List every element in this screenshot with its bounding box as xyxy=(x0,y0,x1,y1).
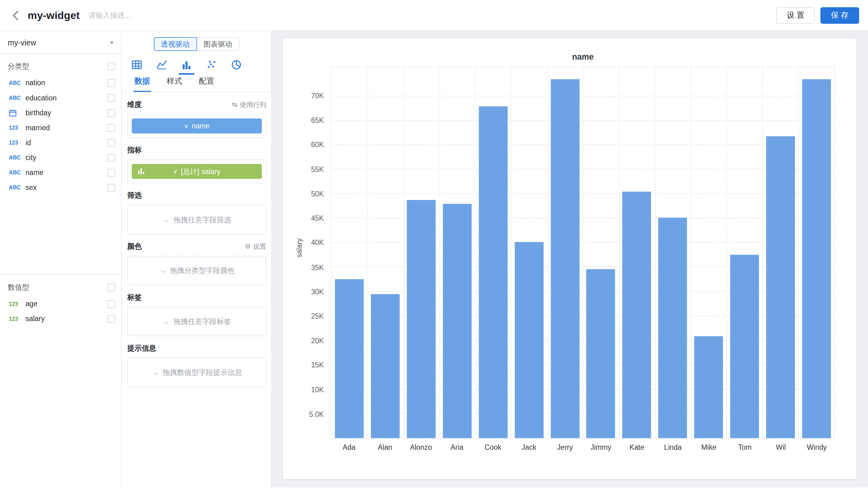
view-selector[interactable]: my-view ▾ xyxy=(0,31,121,54)
text-field-icon: ABC xyxy=(9,184,26,190)
x-tick-label: Alonzo xyxy=(403,443,439,452)
y-tick-label: 70K xyxy=(311,92,324,100)
tab-chart-driven[interactable]: 图表驱动 xyxy=(197,37,239,51)
color-drop-zone[interactable]: → 拖拽分类型字段颜色 xyxy=(127,256,266,285)
chevron-down-icon: ▾ xyxy=(110,38,114,46)
bar-chart-icon[interactable] xyxy=(179,57,194,75)
field-row[interactable]: 123id xyxy=(0,135,121,150)
x-tick-label: Windy xyxy=(799,443,835,452)
field-row[interactable]: birthday xyxy=(0,105,121,120)
gridline-vertical xyxy=(475,67,476,438)
tab-config[interactable]: 配置 xyxy=(197,77,215,92)
metric-pill-salary[interactable]: ∨ [总计] salary xyxy=(132,164,262,179)
x-tick-label: Wil xyxy=(763,443,799,452)
bar[interactable] xyxy=(658,218,687,438)
field-checkbox[interactable] xyxy=(107,315,115,323)
line-chart-icon[interactable] xyxy=(154,57,169,75)
field-checkbox[interactable] xyxy=(107,124,115,131)
x-tick-label: Jimmy xyxy=(583,443,619,452)
sidebar-section: 数值型123age123salary xyxy=(0,274,121,326)
color-section-title: 颜色 xyxy=(127,242,142,251)
page-title: my-widget xyxy=(28,9,80,21)
description-input[interactable] xyxy=(87,10,211,20)
field-checkbox[interactable] xyxy=(107,139,115,146)
bar[interactable] xyxy=(515,242,544,438)
use-rows-columns-button[interactable]: ⇆ 使用行列 xyxy=(232,100,267,110)
x-tick-label: Jerry xyxy=(547,443,583,452)
field-row[interactable]: ABCname xyxy=(0,165,121,180)
gridline-vertical xyxy=(583,67,583,438)
tooltip-drop-zone[interactable]: → 拖拽数值型字段提示信息 xyxy=(127,358,266,387)
bar[interactable] xyxy=(371,294,400,438)
sidebar-section-header: 数值型 xyxy=(0,278,121,296)
bar[interactable] xyxy=(407,200,436,438)
metric-drop-zone[interactable]: ∨ [总计] salary xyxy=(127,159,266,183)
field-row[interactable]: 123salary xyxy=(0,311,121,326)
field-checkbox[interactable] xyxy=(107,79,115,87)
panel-body: 维度 ⇆ 使用行列 ∨ name 指标 xyxy=(122,100,271,387)
chart-type-row xyxy=(122,54,271,75)
bar-chart-icon xyxy=(137,167,145,177)
label-drop-zone[interactable]: → 拖拽任意字段标签 xyxy=(127,307,266,336)
tab-data[interactable]: 数据 xyxy=(133,77,151,92)
filter-drop-zone[interactable]: → 拖拽任意字段筛选 xyxy=(127,205,266,234)
text-field-icon: ABC xyxy=(9,154,26,161)
pie-chart-icon[interactable] xyxy=(229,57,244,75)
dimension-drop-zone[interactable]: ∨ name xyxy=(127,114,266,138)
y-tick-label: 60K xyxy=(311,141,324,149)
bar[interactable] xyxy=(587,269,615,438)
field-row[interactable]: ABCnation xyxy=(0,75,121,90)
back-button[interactable] xyxy=(8,7,24,23)
text-field-icon: ABC xyxy=(9,80,26,86)
drag-arrow-icon: → xyxy=(162,317,169,326)
field-checkbox[interactable] xyxy=(107,300,115,308)
section-checkbox[interactable] xyxy=(107,62,115,70)
bar[interactable] xyxy=(802,79,830,438)
section-checkbox[interactable] xyxy=(107,283,115,291)
bar[interactable] xyxy=(443,204,472,438)
bar[interactable] xyxy=(766,136,795,438)
gridline-vertical xyxy=(403,67,404,438)
bar[interactable] xyxy=(551,79,579,438)
y-tick-label: 65K xyxy=(311,116,324,125)
field-checkbox[interactable] xyxy=(107,154,115,161)
dimension-pill-name[interactable]: ∨ name xyxy=(132,118,262,133)
header: my-widget 设 置 保 存 xyxy=(0,0,868,31)
color-settings-button[interactable]: ⚙ 设置 xyxy=(245,242,266,251)
field-row[interactable]: 123married xyxy=(0,120,121,135)
bar[interactable] xyxy=(730,254,758,438)
field-row[interactable]: ABCeducation xyxy=(0,90,121,105)
gridline-vertical xyxy=(691,67,691,438)
tab-style[interactable]: 样式 xyxy=(165,77,183,92)
field-checkbox[interactable] xyxy=(107,184,115,191)
field-checkbox[interactable] xyxy=(107,109,115,117)
drag-arrow-icon: → xyxy=(152,368,159,377)
field-checkbox[interactable] xyxy=(107,169,115,177)
chart-card: name salary 5.0K10K15K20K25K30K35K40K45K… xyxy=(283,39,857,479)
tab-pivot-driven[interactable]: 透视驱动 xyxy=(153,37,197,51)
field-row[interactable]: ABCcity xyxy=(0,150,121,165)
gear-icon: ⚙ xyxy=(245,242,251,250)
x-tick-label: Jack xyxy=(511,443,547,452)
gridline-vertical xyxy=(547,67,548,438)
sidebar-section-header: 分类型 xyxy=(0,58,121,75)
panel-tab-bar: 数据 样式 配置 xyxy=(122,75,271,93)
save-button[interactable]: 保 存 xyxy=(820,7,859,23)
field-row[interactable]: 123age xyxy=(0,296,121,311)
table-chart-icon[interactable] xyxy=(129,57,145,75)
field-row[interactable]: ABCsex xyxy=(0,180,121,195)
field-name: age xyxy=(26,300,107,308)
y-tick-label: 30K xyxy=(311,287,324,296)
y-tick-label: 50K xyxy=(311,190,324,198)
bar[interactable] xyxy=(622,191,651,438)
field-checkbox[interactable] xyxy=(107,94,115,102)
y-tick-label: 20K xyxy=(311,337,324,345)
settings-button[interactable]: 设 置 xyxy=(776,7,815,23)
bar[interactable] xyxy=(335,279,364,438)
x-tick-label: Ada xyxy=(331,443,367,452)
bar[interactable] xyxy=(694,336,723,438)
text-field-icon: ABC xyxy=(9,95,26,101)
y-axis-ticks: 5.0K10K15K20K25K30K35K40K45K50K55K60K65K… xyxy=(283,66,328,438)
scatter-chart-icon[interactable] xyxy=(204,57,219,75)
bar[interactable] xyxy=(479,106,507,438)
